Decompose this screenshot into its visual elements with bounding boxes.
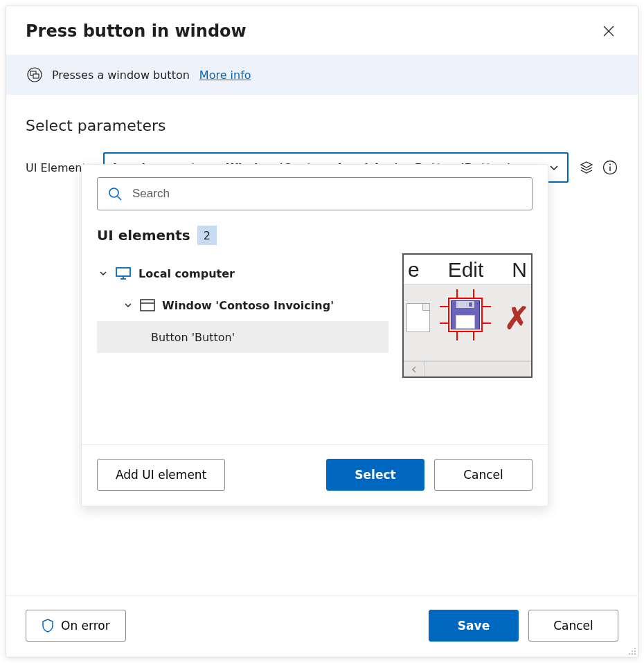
save-button[interactable]: Save (429, 610, 519, 642)
preview-text-fragment: e (408, 258, 420, 282)
ui-elements-heading: UI elements 2 (97, 226, 533, 245)
tree-node-label: Window 'Contoso Invoicing' (162, 299, 334, 312)
ui-picker-button[interactable] (578, 159, 595, 176)
svg-point-20 (632, 653, 633, 655)
element-preview: e Edit N ✗ (402, 253, 533, 378)
select-button[interactable]: Select (326, 459, 424, 491)
preview-menu-strip: e Edit N (404, 255, 531, 285)
ui-elements-count: 2 (197, 226, 217, 245)
cancel-button[interactable]: Cancel (528, 610, 618, 642)
ui-element-dropdown: UI elements 2 Local computer (81, 164, 548, 507)
tree-node-label: Local computer (138, 267, 235, 280)
resize-grip-icon[interactable] (627, 646, 636, 655)
svg-point-7 (609, 164, 611, 165)
dropdown-footer: Add UI element Select Cancel (97, 445, 533, 506)
svg-rect-11 (116, 268, 130, 276)
tree-node-label: Button 'Button' (151, 331, 235, 344)
shield-icon (42, 619, 54, 633)
tree-node-local-computer[interactable]: Local computer (97, 257, 388, 289)
info-icon (602, 160, 618, 175)
search-input[interactable] (131, 186, 522, 201)
svg-point-16 (634, 648, 636, 649)
preview-scrollbar (404, 361, 531, 376)
svg-rect-4 (33, 74, 39, 78)
side-icons (578, 159, 618, 176)
more-info-link[interactable]: More info (199, 69, 251, 82)
add-ui-element-button[interactable]: Add UI element (97, 459, 225, 491)
svg-point-18 (634, 651, 636, 652)
dialog-footer: On error Save Cancel (6, 595, 638, 657)
scroll-left-icon (404, 362, 424, 376)
dialog-title: Press button in window (26, 21, 247, 41)
dialog-body: Select parameters UI Element: Local comp… (6, 95, 638, 595)
section-title: Select parameters (26, 117, 618, 134)
svg-line-10 (118, 197, 122, 201)
close-icon (603, 26, 614, 37)
info-banner: Presses a window button More info (6, 55, 638, 95)
svg-rect-14 (141, 300, 154, 311)
svg-point-19 (629, 653, 630, 655)
svg-marker-5 (581, 162, 592, 167)
ui-tree: Local computer Window 'Contoso Invoicing… (97, 257, 388, 396)
svg-point-9 (109, 188, 118, 197)
chevron-down-icon[interactable] (123, 301, 133, 309)
preview-toolbar: ✗ (404, 285, 531, 361)
svg-point-21 (634, 653, 636, 655)
dialog-press-button-in-window: Press button in window Presses a window … (6, 6, 638, 657)
chevron-down-icon[interactable] (98, 269, 108, 278)
dropdown-cancel-button[interactable]: Cancel (434, 459, 533, 491)
svg-point-17 (632, 651, 633, 652)
on-error-label: On error (61, 619, 110, 633)
document-icon (406, 303, 430, 332)
dialog-header: Press button in window (6, 6, 638, 55)
computer-icon (115, 266, 132, 280)
close-button[interactable] (599, 21, 618, 41)
action-icon (27, 67, 42, 82)
search-box[interactable] (97, 177, 533, 210)
preview-text-fragment: N (512, 258, 527, 282)
search-icon (107, 186, 123, 201)
info-button[interactable] (602, 159, 618, 176)
on-error-button[interactable]: On error (26, 610, 126, 642)
preview-text-edit: Edit (448, 258, 484, 282)
ui-elements-label: UI elements (97, 227, 190, 244)
banner-text: Presses a window button (52, 69, 190, 82)
tree-node-window[interactable]: Window 'Contoso Invoicing' (97, 289, 388, 321)
target-icon (440, 289, 491, 340)
tree-area: Local computer Window 'Contoso Invoicing… (97, 257, 533, 396)
window-icon (140, 299, 155, 311)
chevron-down-icon (549, 163, 559, 172)
delete-icon: ✗ (504, 300, 530, 336)
tree-node-button[interactable]: Button 'Button' (97, 321, 388, 353)
layers-icon (579, 160, 594, 175)
